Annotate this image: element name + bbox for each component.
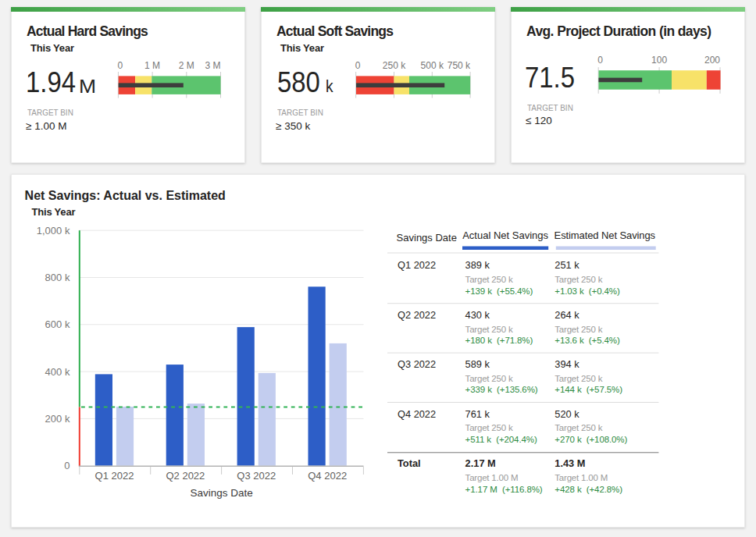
svg-text:200 k: 200 k (45, 413, 70, 425)
svg-text:500 k: 500 k (421, 60, 444, 71)
svg-text:Q4 2022: Q4 2022 (308, 470, 347, 482)
svg-text:0: 0 (597, 55, 603, 66)
svg-text:100: 100 (651, 55, 667, 66)
svg-text:250 k: 250 k (383, 60, 406, 71)
svg-text:750 k: 750 k (448, 60, 471, 71)
svg-text:0: 0 (64, 460, 70, 471)
svg-text:0: 0 (117, 60, 123, 71)
svg-text:600 k: 600 k (45, 318, 70, 330)
svg-text:Q2 2022: Q2 2022 (166, 470, 205, 482)
svg-text:3 M: 3 M (205, 60, 220, 71)
svg-text:0: 0 (355, 60, 361, 71)
svg-text:Q1 2022: Q1 2022 (95, 470, 134, 482)
svg-text:1,000 k: 1,000 k (37, 224, 70, 236)
svg-text:2 M: 2 M (179, 60, 194, 71)
svg-text:400 k: 400 k (45, 365, 70, 377)
svg-text:1 M: 1 M (144, 60, 160, 71)
svg-text:Q3 2022: Q3 2022 (237, 470, 276, 482)
svg-text:200: 200 (704, 55, 720, 66)
svg-text:Savings Date: Savings Date (190, 487, 252, 499)
svg-text:800 k: 800 k (45, 272, 70, 283)
